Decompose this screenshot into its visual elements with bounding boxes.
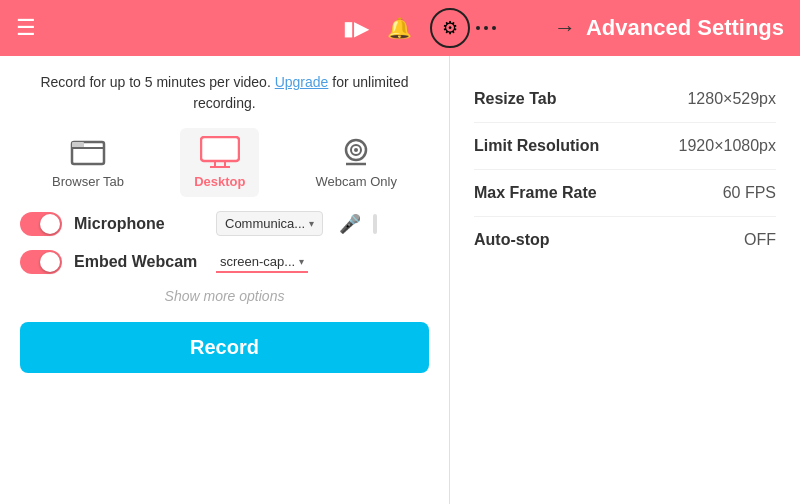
svg-point-9 (354, 148, 358, 152)
microphone-row: Microphone Communica... ▾ 🎤 (20, 211, 429, 236)
right-panel: Resize Tab 1280×529px Limit Resolution 1… (450, 56, 800, 504)
record-info-text: Record for up to 5 minutes per video. (40, 74, 270, 90)
microphone-icon: 🎤 (339, 213, 361, 235)
settings-row-max-frame-rate: Max Frame Rate 60 FPS (474, 170, 776, 217)
microphone-dropdown-arrow: ▾ (309, 218, 314, 229)
mode-desktop[interactable]: Desktop (180, 128, 259, 197)
embed-webcam-dropdown-arrow: ▾ (299, 256, 304, 267)
mode-browser-tab[interactable]: Browser Tab (38, 128, 138, 197)
desktop-icon (200, 136, 240, 168)
webcam-only-icon (338, 136, 374, 168)
limit-resolution-key: Limit Resolution (474, 137, 599, 155)
upgrade-link[interactable]: Upgrade (275, 74, 329, 90)
max-frame-rate-key: Max Frame Rate (474, 184, 597, 202)
settings-row-limit-resolution: Limit Resolution 1920×1080px (474, 123, 776, 170)
settings-row-auto-stop: Auto-stop OFF (474, 217, 776, 263)
webcam-only-label: Webcam Only (316, 174, 397, 189)
mode-selector: Browser Tab Desktop (20, 128, 429, 197)
microphone-dropdown[interactable]: Communica... ▾ (216, 211, 323, 236)
embed-webcam-row: Embed Webcam screen-cap... ▾ (20, 250, 429, 274)
embed-webcam-device: screen-cap... (220, 254, 295, 269)
auto-stop-value: OFF (744, 231, 776, 249)
embed-webcam-dropdown[interactable]: screen-cap... ▾ (216, 252, 308, 273)
embed-webcam-label: Embed Webcam (74, 253, 204, 271)
mode-webcam-only[interactable]: Webcam Only (302, 128, 411, 197)
auto-stop-key: Auto-stop (474, 231, 550, 249)
record-info: Record for up to 5 minutes per video. Up… (20, 72, 429, 114)
header-icons: ▮▶ 🔔 ⚙ (285, 8, 554, 48)
arrow-right-icon: → (554, 15, 576, 41)
record-button[interactable]: Record (20, 322, 429, 373)
svg-rect-3 (201, 137, 239, 161)
hamburger-icon[interactable]: ☰ (16, 15, 36, 41)
volume-bar (373, 214, 377, 234)
microphone-toggle[interactable] (20, 212, 62, 236)
desktop-label: Desktop (194, 174, 245, 189)
notification-bell-icon[interactable]: 🔔 (387, 16, 412, 40)
show-more-options[interactable]: Show more options (20, 288, 429, 304)
header-left: ☰ (16, 15, 285, 41)
max-frame-rate-value: 60 FPS (723, 184, 776, 202)
browser-tab-icon (70, 136, 106, 168)
microphone-label: Microphone (74, 215, 204, 233)
video-library-icon[interactable]: ▮▶ (343, 16, 369, 40)
main-content: Record for up to 5 minutes per video. Up… (0, 56, 800, 504)
embed-webcam-toggle[interactable] (20, 250, 62, 274)
gear-icon: ⚙ (442, 17, 458, 39)
gear-dots (476, 26, 496, 30)
resize-tab-value: 1280×529px (687, 90, 776, 108)
settings-row-resize-tab: Resize Tab 1280×529px (474, 76, 776, 123)
browser-tab-label: Browser Tab (52, 174, 124, 189)
limit-resolution-value: 1920×1080px (679, 137, 776, 155)
resize-tab-key: Resize Tab (474, 90, 556, 108)
left-panel: Record for up to 5 minutes per video. Up… (0, 56, 450, 504)
gear-icon-wrapper[interactable]: ⚙ (430, 8, 470, 48)
advanced-settings-title: Advanced Settings (576, 15, 784, 41)
microphone-device: Communica... (225, 216, 305, 231)
app-header: ☰ ▮▶ 🔔 ⚙ → Advanced Settings (0, 0, 800, 56)
